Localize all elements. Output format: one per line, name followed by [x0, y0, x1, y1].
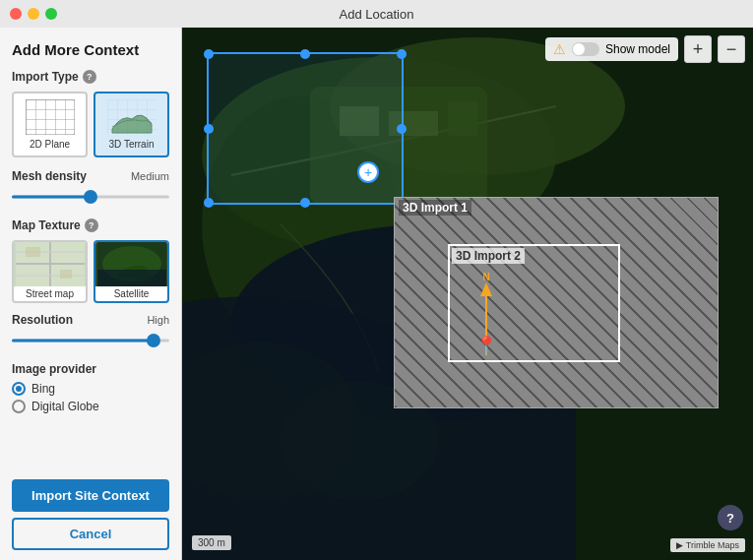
satellite-label: Satellite	[95, 286, 167, 301]
map-area[interactable]: + 3D Import 1 3D Import 2 N 📍 ⚠ Show mod…	[182, 28, 753, 560]
import-type-3d-terrain[interactable]: 3D Terrain	[94, 92, 169, 157]
close-button[interactable]	[10, 8, 22, 20]
show-model-label: Show model	[605, 42, 670, 56]
resolution-slider[interactable]	[12, 333, 169, 348]
show-model-switch[interactable]	[572, 42, 599, 56]
svg-rect-9	[60, 270, 72, 279]
import-type-help-icon[interactable]: ?	[83, 70, 96, 84]
main-content: Add More Context Import Type ? 2D Plane	[0, 28, 753, 560]
resolution-track	[12, 340, 169, 342]
zoom-out-button[interactable]: −	[718, 35, 745, 63]
provider-bing-label: Bing	[31, 382, 55, 396]
2d-plane-icon	[26, 99, 75, 135]
map-texture-label: Map Texture	[12, 218, 81, 232]
svg-rect-2	[107, 99, 157, 135]
street-map-preview-icon	[16, 242, 85, 286]
resolution-row: Resolution High	[12, 313, 169, 327]
window-controls[interactable]	[10, 8, 57, 20]
titlebar: Add Location	[0, 0, 753, 28]
texture-street-map[interactable]: Street map	[12, 240, 88, 303]
map-texture-section-label: Map Texture ?	[12, 218, 169, 232]
resolution-label: Resolution	[12, 313, 73, 327]
handle-bm[interactable]	[300, 198, 310, 208]
street-map-preview	[14, 242, 86, 286]
show-model-toggle[interactable]: ⚠ Show model	[545, 37, 678, 61]
mesh-density-thumb[interactable]	[84, 190, 97, 204]
window-title: Add Location	[340, 7, 414, 22]
scale-label: 300 m	[198, 537, 225, 548]
north-arrowhead	[480, 282, 492, 296]
provider-bing-radio[interactable]	[12, 382, 26, 396]
provider-digital-globe-radio[interactable]	[12, 400, 26, 413]
left-panel: Add More Context Import Type ? 2D Plane	[0, 28, 182, 560]
handle-mr[interactable]	[397, 124, 407, 134]
import-type-label: Import Type	[12, 70, 79, 84]
selection-box[interactable]	[207, 52, 404, 205]
import-type-row: 2D Plane 3D Terrain	[12, 92, 169, 157]
mesh-density-value: Medium	[131, 170, 169, 182]
resolution-thumb[interactable]	[147, 334, 160, 347]
map-texture-help-icon[interactable]: ?	[85, 218, 98, 232]
add-context-button-map[interactable]: +	[357, 161, 379, 183]
satellite-preview	[95, 242, 167, 286]
cancel-button[interactable]: Cancel	[12, 518, 169, 550]
toggle-knob	[573, 43, 585, 55]
mesh-density-fill	[12, 196, 91, 199]
handle-tr[interactable]	[397, 49, 407, 59]
minimize-button[interactable]	[28, 8, 39, 20]
provider-bing-row[interactable]: Bing	[12, 382, 169, 396]
svg-rect-23	[448, 101, 477, 136]
image-provider-label: Image provider	[12, 362, 169, 376]
svg-rect-0	[26, 99, 75, 135]
warning-icon: ⚠	[553, 41, 566, 57]
3d-terrain-label: 3D Terrain	[109, 139, 155, 150]
3d-terrain-icon	[107, 99, 157, 135]
import-site-context-button[interactable]: Import Site Context	[12, 479, 169, 512]
resolution-fill	[12, 340, 154, 342]
map-help-button[interactable]: ?	[718, 505, 743, 530]
texture-satellite[interactable]: Satellite	[94, 240, 169, 303]
provider-digital-globe-label: Digital Globe	[31, 400, 99, 413]
mesh-density-label: Mesh density	[12, 169, 87, 183]
provider-digital-globe-row[interactable]: Digital Globe	[12, 400, 169, 413]
handle-ml[interactable]	[204, 124, 214, 134]
panel-title: Add More Context	[12, 41, 169, 58]
import-type-section-label: Import Type ?	[12, 70, 169, 84]
scale-bar: 300 m	[192, 535, 231, 550]
map-texture-row: Street map Satellite	[12, 240, 169, 303]
svg-rect-8	[26, 247, 40, 257]
zoom-in-button[interactable]: +	[684, 35, 712, 63]
2d-plane-label: 2D Plane	[30, 139, 70, 150]
maximize-button[interactable]	[45, 8, 57, 20]
location-pin[interactable]: 📍	[475, 335, 497, 356]
3d-import-1-label: 3D Import 1	[399, 200, 471, 216]
handle-tl[interactable]	[204, 49, 214, 59]
north-label: N	[482, 272, 489, 282]
handle-bl[interactable]	[204, 198, 214, 208]
resolution-value: High	[147, 314, 169, 326]
street-map-label: Street map	[14, 286, 86, 301]
satellite-preview-icon	[97, 242, 166, 286]
mesh-density-row: Mesh density Medium	[12, 169, 169, 183]
import-type-2d-plane[interactable]: 2D Plane	[12, 92, 88, 157]
svg-rect-12	[97, 270, 166, 286]
map-attribution: ▶ Trimble Maps	[670, 538, 745, 552]
mesh-density-slider[interactable]	[12, 189, 169, 205]
handle-tm[interactable]	[300, 49, 310, 59]
map-controls: ⚠ Show model + −	[545, 35, 745, 63]
3d-import-2-label: 3D Import 2	[452, 248, 525, 264]
